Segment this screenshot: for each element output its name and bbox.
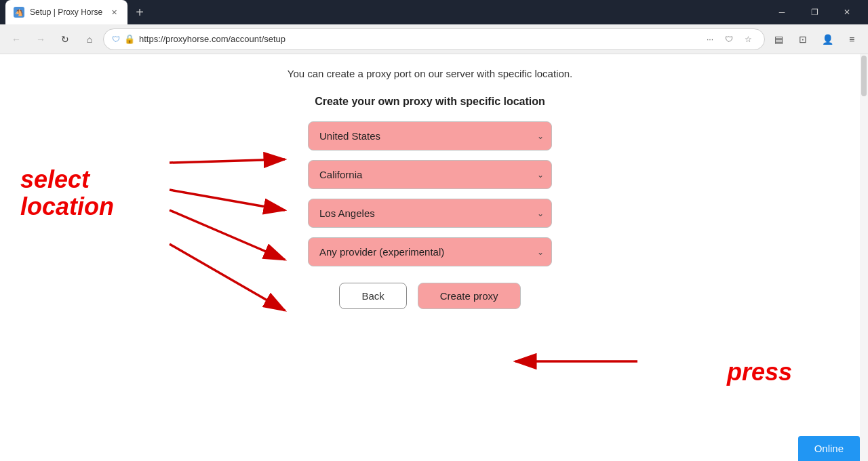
tab-favicon: 🐴 bbox=[14, 7, 24, 18]
close-button[interactable]: ✕ bbox=[831, 0, 863, 24]
create-proxy-button[interactable]: Create proxy bbox=[418, 283, 521, 309]
press-label: press bbox=[727, 358, 792, 386]
window-controls: ─ ❐ ✕ bbox=[766, 0, 863, 24]
page-subtitle: You can create a proxy port on our serve… bbox=[288, 68, 573, 79]
reading-list-button[interactable]: ▤ bbox=[768, 28, 789, 50]
state-select-wrapper: California New York Texas ⌄ bbox=[308, 160, 552, 189]
address-actions: ··· 🛡 ☆ bbox=[702, 31, 756, 47]
restore-button[interactable]: ❐ bbox=[799, 0, 830, 24]
country-select-wrapper: United States Canada United Kingdom ⌄ bbox=[308, 121, 552, 151]
menu-button[interactable]: ≡ bbox=[841, 28, 863, 50]
nav-actions: ▤ ⊡ 👤 ≡ bbox=[768, 28, 863, 50]
city-select[interactable]: Los Angeles San Francisco San Diego bbox=[308, 199, 552, 228]
scrollbar-thumb[interactable] bbox=[861, 56, 867, 96]
provider-select-wrapper: Any provider (experimental) Provider A P… bbox=[308, 237, 552, 266]
synced-tabs-button[interactable]: ⊡ bbox=[792, 28, 814, 50]
back-button[interactable]: ← bbox=[5, 28, 27, 50]
bookmark-button[interactable]: ☆ bbox=[740, 31, 756, 47]
forward-button[interactable]: → bbox=[30, 28, 52, 50]
browser-window: 🐴 Setup | Proxy Horse ✕ + ─ ❐ ✕ ← → ↻ ⌂ … bbox=[0, 0, 868, 461]
scrollbar[interactable] bbox=[860, 54, 868, 461]
location-form: United States Canada United Kingdom ⌄ Ca… bbox=[159, 121, 701, 309]
lock-icon: 🔒 bbox=[124, 34, 135, 44]
tab-title: Setup | Proxy Horse bbox=[30, 7, 103, 17]
back-button[interactable]: Back bbox=[339, 283, 406, 309]
pocket-button[interactable]: 🛡 bbox=[721, 31, 737, 47]
url-text: https://proxyhorse.com/account/setup bbox=[139, 34, 698, 44]
page-content: You can create a proxy port on our serve… bbox=[0, 54, 860, 461]
select-location-label: selectlocation bbox=[20, 166, 114, 220]
city-select-wrapper: Los Angeles San Francisco San Diego ⌄ bbox=[308, 199, 552, 228]
refresh-button[interactable]: ↻ bbox=[54, 28, 76, 50]
new-tab-button[interactable]: + bbox=[127, 5, 152, 20]
form-title: Create your own proxy with specific loca… bbox=[315, 96, 545, 108]
online-badge: Online bbox=[798, 436, 860, 461]
security-icon: 🛡 bbox=[112, 35, 120, 44]
action-buttons: Back Create proxy bbox=[339, 283, 520, 309]
more-options-button[interactable]: ··· bbox=[702, 31, 718, 47]
tab-bar: 🐴 Setup | Proxy Horse ✕ + bbox=[5, 0, 152, 24]
state-select[interactable]: California New York Texas bbox=[308, 160, 552, 189]
active-tab[interactable]: 🐴 Setup | Proxy Horse ✕ bbox=[5, 0, 127, 24]
title-bar: 🐴 Setup | Proxy Horse ✕ + ─ ❐ ✕ bbox=[0, 0, 868, 24]
minimize-button[interactable]: ─ bbox=[766, 0, 797, 24]
navigation-bar: ← → ↻ ⌂ 🛡 🔒 https://proxyhorse.com/accou… bbox=[0, 24, 868, 54]
country-select[interactable]: United States Canada United Kingdom bbox=[308, 121, 552, 151]
address-bar[interactable]: 🛡 🔒 https://proxyhorse.com/account/setup… bbox=[103, 28, 765, 50]
profile-button[interactable]: 👤 bbox=[816, 28, 838, 50]
content-area: You can create a proxy port on our serve… bbox=[0, 54, 868, 461]
tab-close-button[interactable]: ✕ bbox=[108, 7, 119, 18]
provider-select[interactable]: Any provider (experimental) Provider A P… bbox=[308, 237, 552, 266]
home-button[interactable]: ⌂ bbox=[79, 28, 100, 50]
